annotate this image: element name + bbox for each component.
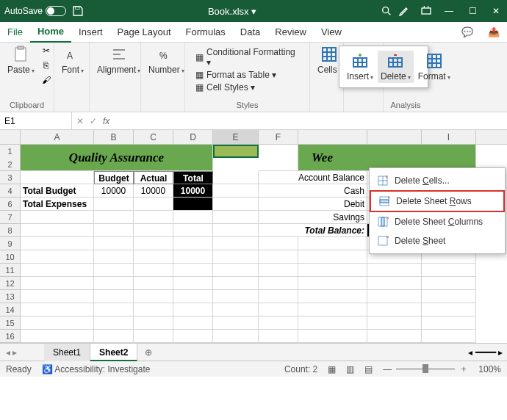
col-header[interactable]: A [21, 130, 94, 144]
clipboard-label: Clipboard [4, 100, 49, 110]
alignment-button[interactable]: Alignment [94, 44, 143, 76]
menu-formulas[interactable]: Formulas [179, 22, 233, 43]
formula-bar: E1 ✕ ✓ fx [0, 112, 507, 130]
styles-label: Styles [190, 100, 305, 110]
status-bar: Ready ♿ Accessibility: Investigate Count… [0, 361, 507, 377]
count-status: Count: 2 [284, 364, 317, 374]
accessibility-status[interactable]: ♿ Accessibility: Investigate [42, 364, 151, 374]
view-normal-icon[interactable]: ▦ [328, 364, 336, 374]
zoom-level[interactable]: 100% [478, 364, 501, 374]
fx-icon[interactable]: fx [103, 116, 109, 126]
status-ready: Ready [6, 364, 32, 374]
col-header[interactable] [298, 130, 367, 144]
tab-sheet2[interactable]: Sheet2 [90, 344, 137, 361]
share-icon[interactable]: 📤 [481, 22, 507, 43]
menu-file[interactable]: File [0, 22, 30, 43]
enter-formula-icon[interactable]: ✓ [90, 116, 97, 126]
alignment-label: Alignment [97, 65, 140, 75]
add-sheet-button[interactable]: ⊕ [137, 347, 159, 358]
font-button[interactable]: AFont [59, 44, 87, 76]
conditional-formatting-button[interactable]: ▦Conditional Formatting ▾ [195, 47, 299, 68]
number-button[interactable]: %Number [145, 44, 187, 76]
format-cells-button[interactable]: Format [415, 51, 453, 83]
paste-button[interactable]: Paste [4, 44, 37, 76]
autosave-toggle[interactable]: AutoSave [4, 6, 66, 16]
menu-review[interactable]: Review [267, 22, 314, 43]
comments-icon[interactable]: 💬 [454, 22, 481, 43]
minimize-button[interactable]: — [442, 4, 456, 18]
file-name[interactable]: Book.xlsx ▾ [90, 6, 375, 17]
number-label: Number [148, 65, 184, 75]
menu-view[interactable]: View [314, 22, 349, 43]
ribbon-options-icon[interactable] [420, 5, 432, 17]
maximize-button[interactable]: ☐ [466, 4, 479, 18]
cell-styles-button[interactable]: ▦Cell Styles ▾ [195, 82, 299, 93]
delete-sheet-item[interactable]: Delete Sheet [370, 231, 505, 250]
svg-point-1 [383, 7, 389, 13]
col-header[interactable]: F [259, 130, 298, 144]
svg-rect-16 [381, 217, 384, 226]
name-box[interactable]: E1 [0, 112, 72, 130]
svg-rect-3 [15, 48, 26, 61]
menu-data[interactable]: Data [233, 22, 267, 43]
search-icon[interactable] [381, 5, 392, 17]
svg-rect-14 [380, 200, 389, 203]
copy-icon[interactable]: ⎘ [39, 59, 54, 72]
view-page-icon[interactable]: ▥ [346, 364, 354, 374]
menu-bar: File Home Insert Page Layout Formulas Da… [0, 22, 507, 43]
tab-sheet1[interactable]: Sheet1 [44, 344, 90, 361]
zoom-slider[interactable]: — ＋ [383, 363, 468, 375]
svg-rect-2 [422, 8, 431, 14]
menu-insert[interactable]: Insert [71, 22, 110, 43]
autosave-label: AutoSave [4, 6, 43, 16]
delete-sheet-columns-item[interactable]: Delete Sheet Columns [370, 212, 505, 231]
cells-dropdown: Insert Delete Format [339, 46, 428, 88]
select-all-corner[interactable] [0, 130, 21, 144]
cells-label: Cells [317, 65, 342, 75]
tab-nav[interactable]: ◂ ▸ [0, 347, 44, 358]
font-label: Font [62, 65, 84, 75]
col-header[interactable]: I [422, 130, 476, 144]
close-button[interactable]: ✕ [489, 4, 503, 18]
svg-rect-18 [378, 236, 387, 245]
paste-label: Paste [7, 65, 35, 75]
delete-sheet-rows-item[interactable]: Delete Sheet Rows [370, 190, 505, 212]
delete-cells-button[interactable]: Delete [378, 51, 414, 83]
delete-cells-item[interactable]: Delete Cells... [370, 171, 505, 190]
svg-rect-7 [323, 48, 336, 61]
selected-cell[interactable] [213, 145, 259, 158]
svg-text:%: % [159, 51, 168, 61]
view-break-icon[interactable]: ▤ [364, 364, 373, 374]
save-icon[interactable] [72, 5, 84, 17]
pen-icon[interactable] [398, 5, 410, 17]
svg-rect-12 [428, 54, 441, 68]
analysis-label: Analysis [388, 100, 423, 110]
col-header[interactable]: D [173, 130, 213, 144]
insert-cells-button[interactable]: Insert [344, 51, 376, 83]
horizontal-scrollbar[interactable]: ◂ ━━━━ ▸ [159, 347, 507, 358]
format-as-table-button[interactable]: ▦Format as Table ▾ [195, 70, 299, 80]
toggle-icon [46, 6, 66, 16]
menu-home[interactable]: Home [30, 22, 71, 43]
svg-text:A: A [67, 51, 73, 61]
col-header[interactable]: C [134, 130, 173, 144]
col-header[interactable]: B [94, 130, 134, 144]
cut-icon[interactable]: ✂ [39, 44, 54, 57]
menu-page-layout[interactable]: Page Layout [110, 22, 179, 43]
col-header[interactable]: E [213, 130, 259, 144]
banner-qa: Quality Assurance [21, 145, 213, 171]
col-header[interactable] [367, 130, 422, 144]
svg-rect-4 [18, 46, 24, 49]
format-painter-icon[interactable]: 🖌 [39, 73, 54, 87]
sheet-tabs: ◂ ▸ Sheet1 Sheet2 ⊕ ◂ ━━━━ ▸ [0, 343, 507, 361]
cancel-formula-icon[interactable]: ✕ [76, 116, 84, 126]
delete-menu: Delete Cells... Delete Sheet Rows Delete… [369, 167, 506, 254]
title-bar: AutoSave Book.xlsx ▾ — ☐ ✕ [0, 0, 507, 22]
